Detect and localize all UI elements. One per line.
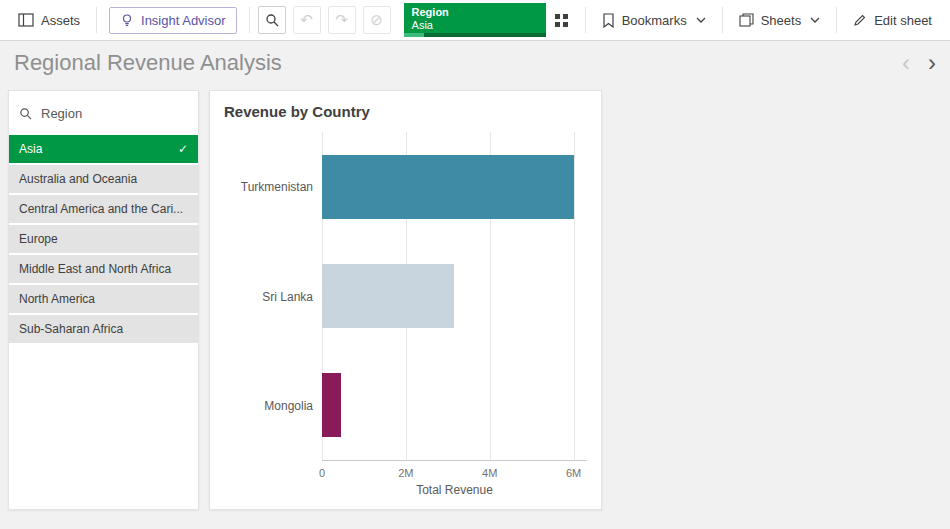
toolbar-divider — [585, 7, 586, 33]
selection-chip-region[interactable]: Region Asia — [404, 3, 546, 37]
toolbar-divider — [722, 7, 723, 33]
assets-label: Assets — [41, 13, 80, 28]
redo-icon: ↷ — [335, 11, 348, 29]
toolbar-divider — [96, 7, 97, 33]
chevron-down-icon — [810, 17, 820, 23]
list-item-label: North America — [19, 292, 95, 306]
edit-sheet-label: Edit sheet — [874, 13, 932, 28]
plot-area — [322, 132, 587, 461]
search-icon — [19, 107, 32, 120]
pencil-icon — [853, 13, 867, 27]
list-item-label: Sub-Saharan Africa — [19, 322, 123, 336]
toolbar: Assets Insight Advisor ↶ ↷ ⊘ Region Asia — [0, 0, 950, 41]
list-item-central-america[interactable]: Central America and the Cari... — [9, 195, 198, 223]
chart-title: Revenue by Country — [224, 103, 587, 120]
app-navigation-button[interactable] — [546, 7, 577, 34]
chevron-down-icon — [696, 17, 706, 23]
filter-pane-region: Region Asia ✓ Australia and Oceania Cent… — [8, 90, 199, 510]
selection-proportion-fill — [404, 33, 424, 37]
filter-header[interactable]: Region — [9, 91, 198, 135]
chart-body: TurkmenistanSri LankaMongolia — [224, 132, 587, 461]
search-icon — [265, 13, 279, 27]
undo-icon: ↶ — [300, 11, 313, 29]
selection-chip-value: Asia — [412, 19, 538, 32]
list-item-australia-and-oceania[interactable]: Australia and Oceania — [9, 165, 198, 193]
bar-turkmenistan[interactable] — [322, 155, 574, 219]
list-item-label: Asia — [19, 142, 42, 156]
page-title: Regional Revenue Analysis — [14, 50, 282, 76]
list-item-label: Australia and Oceania — [19, 172, 137, 186]
list-item-label: Europe — [19, 232, 58, 246]
list-item-europe[interactable]: Europe — [9, 225, 198, 253]
next-sheet-button[interactable]: › — [928, 51, 936, 75]
filter-list: Asia ✓ Australia and Oceania Central Ame… — [9, 135, 198, 343]
bar-sri-lanka[interactable] — [322, 264, 454, 328]
list-item-label: Central America and the Cari... — [19, 202, 183, 216]
checkmark-icon: ✓ — [178, 142, 188, 156]
toolbar-divider — [836, 7, 837, 33]
sheet-content: Region Asia ✓ Australia and Oceania Cent… — [0, 85, 950, 528]
bookmark-icon — [602, 13, 615, 28]
x-tick-label: 0 — [319, 467, 325, 479]
bar-mongolia[interactable] — [322, 373, 341, 437]
selection-chip-field: Region — [412, 6, 538, 19]
x-axis-title: Total Revenue — [322, 483, 587, 501]
bookmarks-label: Bookmarks — [622, 13, 687, 28]
list-item-middle-east-and-north-africa[interactable]: Middle East and North Africa — [9, 255, 198, 283]
assets-panel-icon — [18, 13, 34, 27]
list-item-asia[interactable]: Asia ✓ — [9, 135, 198, 163]
category-label: Mongolia — [224, 351, 322, 461]
toolbar-divider — [249, 7, 250, 33]
sheet-title-bar: Regional Revenue Analysis ‹ › — [0, 41, 950, 85]
category-label: Sri Lanka — [224, 242, 322, 352]
gridline — [574, 132, 575, 460]
edit-sheet-button[interactable]: Edit sheet — [845, 7, 940, 34]
smart-search-button[interactable] — [258, 6, 286, 34]
clear-selections-icon: ⊘ — [370, 11, 383, 29]
lightbulb-icon — [120, 13, 134, 27]
undo-button: ↶ — [293, 6, 321, 34]
assets-button[interactable]: Assets — [10, 7, 88, 34]
clear-selections-button: ⊘ — [363, 6, 391, 34]
list-item-label: Middle East and North Africa — [19, 262, 171, 276]
sheets-icon — [739, 13, 754, 27]
chart-card-revenue-by-country: Revenue by Country TurkmenistanSri Lanka… — [209, 90, 602, 510]
x-tick-label: 6M — [566, 467, 581, 479]
category-labels: TurkmenistanSri LankaMongolia — [224, 132, 322, 461]
x-tick-label: 2M — [398, 467, 413, 479]
previous-sheet-button[interactable]: ‹ — [902, 51, 910, 75]
selection-proportion-bar — [404, 33, 546, 37]
x-tick-label: 4M — [482, 467, 497, 479]
insight-advisor-label: Insight Advisor — [141, 13, 226, 28]
insight-advisor-button[interactable]: Insight Advisor — [109, 7, 237, 34]
sheets-label: Sheets — [761, 13, 801, 28]
sheet-navigation: ‹ › — [902, 51, 936, 75]
list-item-sub-saharan-africa[interactable]: Sub-Saharan Africa — [9, 315, 198, 343]
filter-title: Region — [41, 106, 82, 121]
bookmarks-button[interactable]: Bookmarks — [594, 7, 714, 34]
toolbar-right: Bookmarks Sheets Edit sheet — [546, 7, 940, 34]
sheets-button[interactable]: Sheets — [731, 7, 828, 34]
list-item-north-america[interactable]: North America — [9, 285, 198, 313]
grid-icon — [554, 13, 569, 28]
category-label: Turkmenistan — [224, 132, 322, 242]
x-axis: 02M4M6M — [322, 461, 587, 483]
redo-button: ↷ — [328, 6, 356, 34]
